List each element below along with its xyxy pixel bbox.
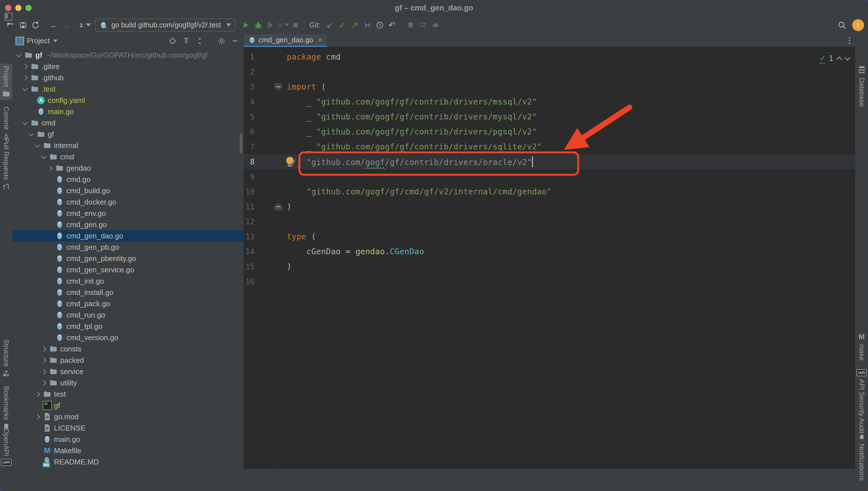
select-opened-file-icon[interactable] (167, 35, 178, 47)
tree-row-readme.md[interactable]: MDREADME.MD (13, 456, 243, 467)
code-line-10[interactable]: 10 "github.com/gogf/gf/cmd/gf/v2/interna… (244, 184, 855, 199)
inspections-widget[interactable]: ✓ 1 (820, 53, 850, 63)
chevron-down-icon[interactable] (26, 133, 36, 136)
tree-row-gf[interactable]: gf (13, 128, 243, 140)
sidebar-item-structure[interactable]: Structure (0, 337, 12, 379)
tree-row-gf[interactable]: gf~/Workspace/Go/GOPATH/src/github.com/g… (13, 50, 243, 61)
tree-row-cmd_run.go[interactable]: cmd_run.go (13, 309, 243, 321)
sidebar-item-notifications[interactable]: Notifications (855, 431, 868, 483)
code-line-12[interactable]: 12 (244, 214, 855, 229)
next-problem-icon[interactable] (844, 55, 850, 60)
code-line-5[interactable]: 5 _ "github.com/gogf/gf/contrib/drivers/… (244, 109, 855, 124)
tree-row-config.yaml[interactable]: Aconfig.yaml (13, 95, 243, 106)
code-line-14[interactable]: 14 cGenDao = gendao.CGenDao (244, 244, 855, 259)
sidebar-item-pull-requests[interactable]: Pull Requests (0, 136, 12, 193)
chevron-right-icon[interactable] (39, 370, 48, 373)
code-line-1[interactable]: 1package cmd (244, 50, 855, 64)
chevron-right-icon[interactable] (39, 347, 48, 351)
chevron-down-icon[interactable] (53, 39, 58, 42)
chevron-down-icon[interactable] (39, 156, 48, 158)
ide-update-badge[interactable]: ↑ (852, 19, 864, 31)
stop-button[interactable] (289, 19, 302, 31)
tree-row-cmd_pack.go[interactable]: cmd_pack.go (13, 298, 243, 309)
debug-button[interactable] (252, 19, 264, 31)
sidebar-item-bookmarks[interactable]: Bookmarks (0, 384, 12, 433)
commit-icon[interactable]: ✓ (336, 19, 349, 31)
tree-row-gf[interactable]: gf (13, 400, 243, 411)
code-line-3[interactable]: 3import ( (244, 79, 855, 94)
chevron-down-icon[interactable] (20, 122, 30, 124)
tree-row-cmd_install.go[interactable]: cmd_install.go (13, 287, 243, 298)
code-line-6[interactable]: 6 _ "github.com/gogf/gf/contrib/drivers/… (244, 124, 855, 139)
intention-bulb-icon[interactable] (286, 157, 294, 166)
tree-row-makefile[interactable]: MMakefile (13, 445, 243, 456)
run-button[interactable] (240, 19, 252, 31)
tree-row-cmd_version.go[interactable]: cmd_version.go (13, 332, 243, 343)
tree-row-cmd_build.go[interactable]: cmd_build.go (13, 185, 243, 196)
search-icon[interactable] (836, 19, 848, 31)
code-line-2[interactable]: 2 (244, 64, 855, 79)
save-all-icon[interactable] (17, 19, 29, 31)
chevron-down-icon[interactable] (32, 144, 42, 147)
user-profile-icon[interactable] (79, 19, 91, 31)
tool-window-layout-icon[interactable] (4, 13, 12, 21)
tree-row-.gitee[interactable]: .gitee (13, 61, 243, 72)
chevron-right-icon[interactable] (32, 415, 42, 419)
merge-icon[interactable] (361, 19, 374, 31)
code-editor[interactable]: 1package cmd23import (4 _ "github.com/go… (244, 47, 855, 469)
push-icon[interactable]: ↗ (349, 19, 361, 31)
tree-row-cmd[interactable]: cmd (13, 117, 243, 128)
history-icon[interactable] (374, 19, 386, 31)
sidebar-item-openapi[interactable]: OpenAPI/API (0, 426, 12, 468)
tree-scrollbar[interactable] (240, 134, 242, 153)
sidebar-item-project[interactable]: Project (0, 63, 12, 100)
close-icon[interactable]: × (318, 36, 322, 45)
project-panel-title[interactable]: Project (27, 36, 50, 45)
hide-panel-icon[interactable] (229, 35, 241, 47)
tree-row-.github[interactable]: .github (13, 72, 243, 83)
expand-all-icon[interactable] (180, 35, 192, 47)
profiler-button[interactable] (277, 19, 289, 31)
tree-row-test[interactable]: test (13, 388, 243, 400)
chevron-down-icon[interactable] (20, 88, 30, 90)
chevron-right-icon[interactable] (32, 393, 42, 396)
sync-icon[interactable] (29, 19, 42, 31)
tree-row-utility[interactable]: utility (13, 377, 243, 388)
gear-icon[interactable] (216, 35, 227, 47)
update-project-icon[interactable]: ↙ (324, 19, 336, 31)
tree-row-cmd.go[interactable]: cmd.go (13, 174, 243, 185)
chevron-down-icon[interactable] (14, 54, 24, 57)
tree-row-cmd_docker.go[interactable]: cmd_docker.go (13, 196, 243, 208)
code-line-4[interactable]: 4 _ "github.com/gogf/gf/contrib/drivers/… (244, 94, 855, 109)
tree-row-go.mod[interactable]: go.mod (13, 411, 243, 422)
code-line-15[interactable]: 15) (244, 259, 855, 274)
tree-row-cmd_gen_dao.go[interactable]: cmd_gen_dao.go (13, 230, 243, 241)
fold-marker-icon[interactable] (274, 203, 282, 210)
code-line-13[interactable]: 13type ( (244, 229, 855, 244)
chevron-right-icon[interactable] (20, 65, 30, 68)
fold-marker-icon[interactable] (274, 83, 282, 91)
chevron-right-icon[interactable] (39, 381, 48, 385)
tree-row-internal[interactable]: internal (13, 140, 243, 151)
chevron-right-icon[interactable] (20, 76, 30, 80)
chevron-right-icon[interactable] (45, 166, 55, 170)
tree-row-main.go[interactable]: main.go (13, 106, 243, 117)
tree-row-gendao[interactable]: gendao (13, 163, 243, 174)
previous-problem-icon[interactable] (836, 56, 842, 62)
editor-options-icon[interactable] (849, 37, 850, 44)
code-line-11[interactable]: 11) (244, 199, 855, 214)
sidebar-item-database[interactable]: Database (855, 63, 868, 109)
forward-icon[interactable]: → (60, 19, 73, 31)
collapse-all-icon[interactable] (194, 35, 205, 47)
tree-row-packed[interactable]: packed (13, 354, 243, 366)
tree-row-consts[interactable]: consts (13, 343, 243, 354)
tree-row-cmd_gen_pb.go[interactable]: cmd_gen_pb.go (13, 241, 243, 253)
tree-row-cmd_gen_pbentity.go[interactable]: cmd_gen_pbentity.go (13, 253, 243, 264)
open-folder-icon[interactable] (4, 19, 17, 31)
chevron-right-icon[interactable] (39, 358, 48, 362)
tree-row-.test[interactable]: .test (13, 83, 243, 95)
tree-row-cmd_gen.go[interactable]: cmd_gen.go (13, 219, 243, 230)
tree-row-service[interactable]: service (13, 366, 243, 377)
rollback-icon[interactable]: ↶ (386, 19, 398, 31)
code-line-16[interactable]: 16 (244, 274, 855, 289)
